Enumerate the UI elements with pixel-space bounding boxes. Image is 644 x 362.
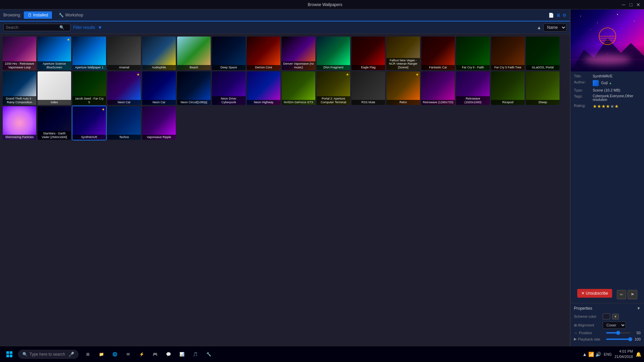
wallpaper-item[interactable]: Audiophile bbox=[142, 37, 176, 70]
wallpaper-item-label: Fallout New Vegas - NCR Veteran Ranger [… bbox=[386, 58, 420, 70]
svg-point-7 bbox=[634, 21, 635, 21]
search-input[interactable] bbox=[6, 25, 59, 30]
settings-button[interactable]: ⚙ bbox=[562, 13, 567, 18]
taskbar-steam[interactable]: 🎮 bbox=[149, 348, 161, 360]
wallpaper-item[interactable]: ★SynthWAVE bbox=[72, 106, 106, 140]
taskbar-task-view[interactable]: ⊞ bbox=[82, 348, 94, 360]
position-slider-track[interactable] bbox=[606, 332, 630, 334]
taskbar-up-arrow-icon[interactable]: ▲ bbox=[582, 352, 587, 357]
wallpaper-item[interactable]: Fallout New Vegas - NCR Veteran Ranger [… bbox=[386, 37, 420, 70]
wallpaper-item[interactable]: 2200 Hrs - Retrowave Vaporwave Loop bbox=[3, 37, 36, 70]
taskbar-app6[interactable]: 💬 bbox=[162, 348, 174, 360]
wallpaper-item[interactable]: Neon Circuit[1080p] bbox=[177, 71, 211, 105]
wallpaper-item[interactable]: Techno bbox=[107, 106, 141, 140]
right-panel: Title: SynthWAVE Author: Gojl ▲ Type: Sc… bbox=[570, 9, 644, 346]
playback-slider-track[interactable] bbox=[606, 339, 630, 340]
taskbar-app9[interactable]: 🔧 bbox=[203, 348, 215, 360]
workshop-tab[interactable]: 🔧 Workshop bbox=[55, 11, 87, 19]
close-button[interactable]: ✕ bbox=[635, 2, 641, 8]
wallpaper-item-label: Retro bbox=[386, 100, 420, 105]
wallpaper-item[interactable]: Neon Car bbox=[142, 71, 176, 105]
taskbar-language[interactable]: ENG bbox=[604, 352, 612, 356]
maximize-button[interactable]: □ bbox=[628, 2, 634, 8]
wallpaper-item[interactable]: Demon Core bbox=[247, 37, 280, 70]
playback-slider-fill bbox=[606, 339, 630, 340]
wallpaper-item[interactable]: Sheep bbox=[526, 71, 559, 105]
wallpaper-item[interactable]: Retrowave (1280x720) bbox=[421, 71, 455, 105]
sort-up-arrow[interactable]: ▲ bbox=[537, 25, 541, 30]
wallpaper-item[interactable]: DNA Fragment bbox=[317, 37, 350, 70]
title-bar: Browse Wallpapers ─ □ ✕ bbox=[0, 0, 644, 9]
wallpaper-item[interactable]: Retrowave (1920x1000) bbox=[456, 71, 490, 105]
wallpaper-item[interactable]: Shimmering Particles bbox=[3, 106, 36, 140]
wallpaper-item[interactable]: ★Portal 2: Aperture Computer Terminal bbox=[317, 71, 350, 105]
svg-point-5 bbox=[597, 22, 598, 23]
wallpaper-item[interactable]: index bbox=[38, 71, 71, 105]
wallpaper-item[interactable]: Jacob Seed - Far Cry 5 bbox=[72, 71, 106, 105]
wallpaper-item[interactable]: Arsenal bbox=[107, 37, 141, 70]
wallpaper-item[interactable]: Deep Space bbox=[212, 37, 246, 70]
alignment-select[interactable]: Cover Fit Stretch bbox=[603, 321, 626, 329]
monitor-button[interactable]: 🖥 bbox=[556, 13, 560, 18]
wallpaper-item-label: Neon Car bbox=[107, 100, 141, 105]
wallpaper-item[interactable]: ★Retro bbox=[386, 71, 420, 105]
taskbar-volume-icon[interactable]: 🔊 bbox=[595, 352, 601, 357]
start-button[interactable] bbox=[3, 348, 16, 361]
color-expand-button[interactable]: ▼ bbox=[612, 314, 619, 319]
wallpaper-item[interactable]: Vaporwave Ripple bbox=[142, 106, 176, 140]
wallpaper-item[interactable]: ★Aperture Science BlueScreen bbox=[38, 37, 71, 70]
minimize-button[interactable]: ─ bbox=[621, 2, 627, 8]
wallpaper-item[interactable]: Neon Drive: Cyberpunk bbox=[212, 71, 246, 105]
wallpaper-item-label: Retrowave (1920x1000) bbox=[456, 96, 490, 105]
taskbar-network-icon[interactable]: 📶 bbox=[588, 352, 594, 357]
flag-button[interactable]: ⚑ bbox=[628, 290, 637, 299]
scheme-color-label: Scheme color bbox=[574, 314, 601, 318]
filter-results-link[interactable]: Filter results bbox=[73, 25, 95, 30]
taskbar-datetime[interactable]: 4:01 PM 21/04/2018 bbox=[614, 349, 633, 359]
wallpaper-item[interactable]: Denver Vaporwave (no music) bbox=[282, 37, 315, 70]
sort-select[interactable]: Name Rating Date bbox=[543, 23, 567, 32]
wallpaper-item[interactable]: GLaDOS, Portal bbox=[526, 37, 559, 70]
position-label: ↔ Position bbox=[574, 331, 604, 335]
wallpaper-item[interactable]: RSS Mute bbox=[352, 71, 385, 105]
taskbar-file-explorer[interactable]: 📁 bbox=[95, 348, 107, 360]
taskbar-search-placeholder: Type here to search bbox=[30, 352, 65, 357]
filter-icon[interactable]: ▼ bbox=[98, 25, 102, 30]
wallpaper-item[interactable]: Ricepod bbox=[491, 71, 525, 105]
title-value: SynthWAVE bbox=[593, 74, 641, 78]
wallpaper-item[interactable]: Far Cry 5 - Faith bbox=[456, 37, 490, 70]
edit-button[interactable]: ✏ bbox=[617, 290, 626, 299]
wallpaper-item[interactable]: Grand Theft Auto 5 - Rainy Composition bbox=[3, 71, 36, 105]
svg-rect-22 bbox=[10, 351, 12, 354]
search-bar: 🔍 Filter results ▼ ▲ Name Rating Date bbox=[0, 21, 570, 34]
wallpaper-item[interactable]: ★Neon Car bbox=[107, 71, 141, 105]
wallpaper-item-label: Neon Drive: Cyberpunk bbox=[212, 96, 246, 105]
wallpaper-item-label: Aperture Science BlueScreen bbox=[38, 61, 71, 70]
item-star-icon: ★ bbox=[67, 38, 70, 42]
wallpaper-item[interactable]: Beach bbox=[177, 37, 211, 70]
wallpaper-item-label: NVIDIA GeForce GTX bbox=[282, 100, 315, 105]
wallpaper-item[interactable]: Neon Highway bbox=[247, 71, 280, 105]
taskbar-search[interactable]: 🔍 Type here to search 🎤 bbox=[18, 350, 78, 359]
taskbar-notifications-icon[interactable]: 🔔 bbox=[636, 352, 641, 357]
wallpaper-item[interactable]: StarWars - Darth Vader [2560x1600] bbox=[38, 106, 71, 140]
taskbar-chrome[interactable]: 🌐 bbox=[109, 348, 121, 360]
new-file-button[interactable]: 📄 bbox=[548, 13, 554, 18]
wallpaper-item[interactable]: Far Cry 5 Faith Tree bbox=[491, 37, 525, 70]
unsubscribe-button[interactable]: ✕ Unsubscribe bbox=[577, 289, 612, 298]
wallpaper-item[interactable]: Aperture Wallpaper 1 bbox=[72, 37, 106, 70]
wallpaper-item-label: DNA Fragment bbox=[317, 65, 350, 70]
wallpaper-item[interactable]: Eagle Flag bbox=[352, 37, 385, 70]
taskbar-mail[interactable]: ✉ bbox=[122, 348, 134, 360]
wallpaper-item[interactable]: NVIDIA GeForce GTX bbox=[282, 71, 315, 105]
taskbar-app7[interactable]: 📊 bbox=[176, 348, 188, 360]
wallpaper-item-label: Demon Core bbox=[247, 65, 280, 70]
taskbar-app4[interactable]: ⚡ bbox=[136, 348, 148, 360]
wallpaper-item[interactable]: Fantastic Car bbox=[421, 37, 455, 70]
color-swatch[interactable] bbox=[603, 313, 610, 319]
tags-value: Cyberpunk,Everyone,Other resolution bbox=[593, 94, 641, 102]
installed-tab[interactable]: 🗒 Installed bbox=[24, 11, 52, 19]
properties-chevron-icon[interactable]: ▼ bbox=[637, 306, 641, 311]
taskbar-spotify[interactable]: 🎵 bbox=[189, 348, 201, 360]
type-label: Type: bbox=[574, 88, 591, 92]
